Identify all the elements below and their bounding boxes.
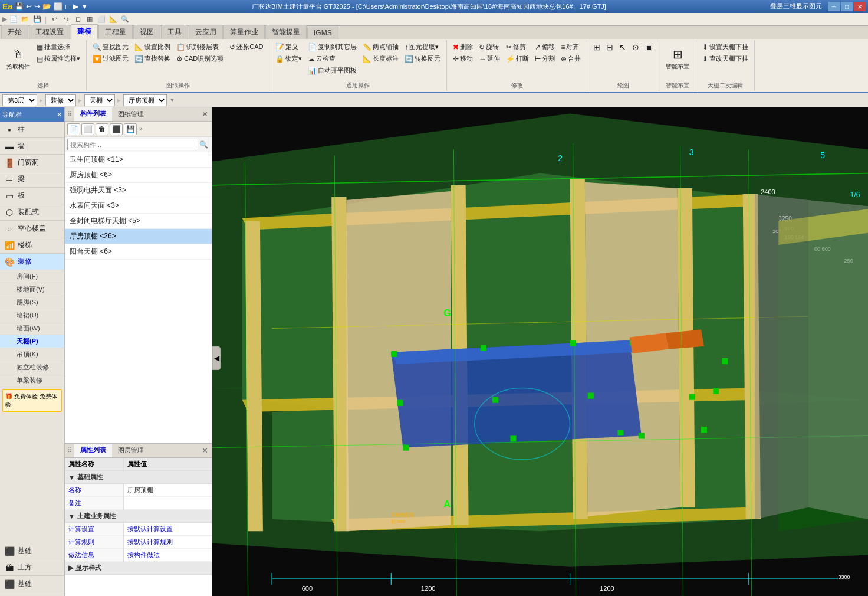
draw-grid-icon[interactable]: ⊟: [604, 41, 616, 53]
view-ceiling-hang-button[interactable]: ⬇ 查改天棚下挂: [700, 53, 751, 64]
qa-icon1[interactable]: 📄: [8, 14, 19, 25]
nav-sub-col-decoration[interactable]: 独立柱装修: [0, 361, 64, 374]
cloud-check-button[interactable]: ☁ 云检查: [305, 53, 359, 64]
panel-tab-props[interactable]: 属性列表: [74, 444, 112, 457]
split-button[interactable]: ⊢ 分割: [532, 53, 557, 64]
type-selector[interactable]: 装修: [45, 94, 76, 106]
quick-tools-icon[interactable]: ⬜: [54, 2, 63, 11]
nav-sub-wall-surface[interactable]: 墙面(W): [0, 322, 64, 335]
tab-view[interactable]: 视图: [133, 25, 160, 39]
nav-item-prefab[interactable]: ⬡ 装配式: [0, 204, 64, 221]
qa-icon3[interactable]: 💾: [32, 14, 42, 25]
find-element-button[interactable]: 🔍 查找图元: [90, 41, 131, 53]
set-ceiling-hang-button[interactable]: ⬇ 设置天棚下挂: [700, 41, 751, 53]
sub-element-selector[interactable]: 厅房顶棚: [123, 94, 167, 106]
new-component-button[interactable]: 📄: [67, 123, 80, 135]
filter-element-button[interactable]: 🔽 过滤图元: [90, 53, 131, 64]
tab-start[interactable]: 开始: [1, 25, 28, 39]
length-dim-button[interactable]: 📐 长度标注: [360, 53, 401, 64]
tab-quantity[interactable]: 工程量: [98, 25, 133, 39]
qa-icon9[interactable]: 📐: [108, 14, 119, 25]
nav-item-beam[interactable]: ═ 梁: [0, 171, 64, 188]
merge-button[interactable]: ⊕ 合并: [558, 53, 583, 64]
copy-to-floor-button[interactable]: 📄 复制到其它层: [305, 41, 359, 53]
draw-clock-icon[interactable]: ⊙: [630, 41, 642, 53]
move-button[interactable]: ✛ 移动: [451, 53, 475, 64]
minimize-button[interactable]: ─: [828, 2, 840, 11]
draw-box-icon[interactable]: ▣: [643, 41, 655, 53]
promo-banner[interactable]: 🎁 免费体验 免费体验: [2, 389, 62, 412]
nav-sub-ceiling[interactable]: 天棚(P): [0, 335, 64, 348]
nav-item-base[interactable]: ⬛ 基础: [0, 576, 64, 592]
lock-button[interactable]: 🔒 锁定▾: [273, 53, 304, 64]
restore-cad-button[interactable]: ↺ 还原CAD: [227, 41, 265, 53]
nav-item-column[interactable]: ▪ 柱: [0, 122, 64, 138]
prop-value-method[interactable]: 按构件做法: [124, 549, 212, 561]
comp-item-elec-well[interactable]: 强弱电井天面 <3>: [65, 183, 212, 198]
batch-delete-button[interactable]: ⬛: [110, 123, 123, 135]
nav-item-hollow-floor[interactable]: ○ 空心楼盖: [0, 221, 64, 237]
trim-button[interactable]: ✂ 修剪: [504, 41, 531, 53]
tab-cloud[interactable]: 云应用: [189, 25, 223, 39]
nav-item-door-window[interactable]: 🚪 门窗洞: [0, 155, 64, 171]
comp-item-balcony-ceiling[interactable]: 阳台天棚 <6>: [65, 244, 212, 260]
panel-close-button[interactable]: ✕: [198, 110, 212, 119]
qa-icon10[interactable]: 🔍: [120, 14, 130, 25]
maximize-button[interactable]: □: [841, 2, 853, 11]
batch-select-button[interactable]: ▦ 批量选择: [34, 41, 83, 53]
quick-open-icon[interactable]: 📂: [42, 2, 51, 11]
section-basic[interactable]: ▼ 基础属性: [65, 471, 212, 484]
extract-element-button[interactable]: ↑ 图元提取▾: [402, 41, 443, 53]
panel-tab-component[interactable]: 构件列表: [74, 107, 112, 121]
prop-value-calc-rules[interactable]: 按默认计算规则: [124, 536, 212, 548]
nav-sub-suspended-ceiling[interactable]: 吊顶(K): [0, 348, 64, 361]
align-button[interactable]: ≡ 对齐: [558, 41, 583, 53]
nav-item-decoration[interactable]: 🎨 装修: [0, 254, 64, 270]
draw-arrow-icon[interactable]: ↖: [617, 41, 629, 53]
nav-sub-dado[interactable]: 墙裙(U): [0, 309, 64, 322]
nav-item-slab[interactable]: ▭ 板: [0, 188, 64, 204]
nav-item-foundation[interactable]: ⬛ 基础: [0, 543, 64, 559]
offset-button[interactable]: ↗ 偏移: [532, 41, 557, 53]
panel-tab-drawing[interactable]: 图纸管理: [112, 108, 150, 120]
pick-element-button[interactable]: 🖱 拾取构件: [4, 41, 33, 77]
prop-value-name[interactable]: 厅房顶棚: [124, 484, 212, 496]
set-scale-button[interactable]: 📐 设置比例: [132, 41, 173, 53]
comp-item-kitchen-ceiling[interactable]: 厨房顶棚 <6>: [65, 168, 212, 183]
draw-plus-icon[interactable]: ⊞: [591, 41, 603, 53]
nav-sub-room[interactable]: 房间(F): [0, 270, 64, 283]
quick-save-icon[interactable]: 💾: [15, 2, 24, 11]
tab-smart[interactable]: 智能提量: [265, 25, 307, 39]
nav-close-icon[interactable]: ✕: [57, 111, 62, 119]
search-input[interactable]: [67, 139, 198, 150]
tab-tools[interactable]: 工具: [161, 25, 188, 39]
qa-icon4[interactable]: ↩: [49, 14, 60, 25]
qa-icon8[interactable]: ⬜: [96, 14, 107, 25]
delete-button[interactable]: ✖ 删除: [451, 41, 475, 53]
qa-icon2[interactable]: 📂: [20, 14, 31, 25]
delete-component-button[interactable]: 🗑: [96, 123, 108, 135]
copy-component-button[interactable]: ⬜: [81, 123, 94, 135]
quick-view-icon[interactable]: ◻: [65, 2, 71, 11]
nav-sub-floor-surface[interactable]: 楼地面(V): [0, 283, 64, 296]
nav-sub-beam-decoration[interactable]: 单梁装修: [0, 374, 64, 387]
auto-open-button[interactable]: 📊 自动开平图板: [305, 65, 359, 76]
comp-item-living-ceiling[interactable]: 厅房顶棚 <26>: [65, 229, 212, 244]
nav-item-other[interactable]: ⬛ 其它: [0, 592, 64, 596]
section-business[interactable]: ▼ 土建业务属性: [65, 510, 212, 523]
archive-button[interactable]: 💾: [124, 123, 137, 135]
collapse-panel-button[interactable]: ◀: [212, 346, 221, 370]
nav-item-earthwork[interactable]: 🏔 土方: [0, 559, 64, 576]
qa-icon6[interactable]: ◻: [73, 14, 83, 25]
two-point-aux-button[interactable]: 📏 两点辅轴: [360, 41, 401, 53]
qa-icon5[interactable]: ↪: [61, 14, 71, 25]
quick-run-icon[interactable]: ▶: [73, 2, 78, 11]
define-button[interactable]: 📝 定义: [273, 41, 304, 53]
attr-select-button[interactable]: ▤ 按属性选择▾: [34, 53, 83, 64]
qa-icon7[interactable]: ▦: [84, 14, 95, 25]
comp-item-water-meter[interactable]: 水表间天面 <3>: [65, 198, 212, 214]
smart-layout-button[interactable]: ⊞ 智能布置: [663, 41, 692, 77]
quick-undo-icon[interactable]: ↩: [26, 2, 32, 11]
convert-element-button[interactable]: 🔄 转换图元: [402, 53, 443, 64]
extend-button[interactable]: → 延伸: [476, 53, 502, 64]
